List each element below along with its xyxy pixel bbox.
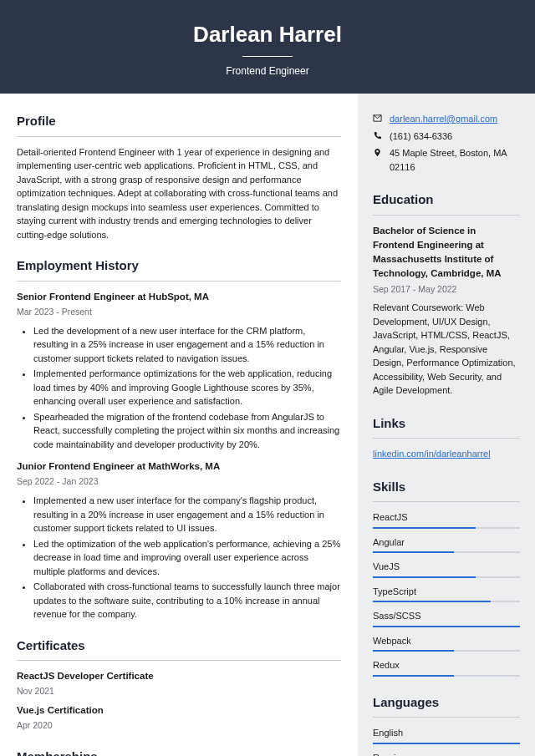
skill-item-bar: [373, 675, 520, 677]
employment-section: Employment History Senior Frontend Engin…: [17, 256, 341, 622]
skill-item-bar: [373, 626, 520, 627]
education-dates: Sep 2017 - May 2022: [373, 283, 520, 297]
resume-header: Darlean Harrel Frontend Engineer: [0, 0, 535, 94]
contact-phone: (161) 634-6336: [390, 129, 452, 144]
certificate-date: Nov 2021: [17, 685, 341, 698]
skills-heading: Skills: [373, 478, 520, 497]
location-icon: [373, 146, 383, 157]
phone-icon: [373, 129, 383, 140]
section-rule: [373, 215, 520, 216]
certificate-entry: Vue.js Certification Apr 2020: [17, 703, 341, 733]
skill-item-label: Redux: [373, 658, 520, 672]
links-heading: Links: [373, 414, 520, 434]
job-entry: Senior Frontend Engineer at HubSpot, MA …: [17, 290, 341, 452]
job-title: Senior Frontend Engineer at HubSpot, MA: [17, 290, 341, 304]
job-title: Junior Frontend Engineer at MathWorks, M…: [17, 459, 341, 474]
language-item: English: [373, 726, 520, 744]
job-bullets: Implemented a new user interface for the…: [17, 494, 341, 622]
skill-item: VueJS: [373, 560, 520, 578]
skill-item-label: TypeScript: [373, 585, 520, 599]
skill-item-label: Angular: [373, 535, 520, 550]
memberships-heading: Memberships: [17, 748, 341, 756]
language-item-label: English: [373, 726, 520, 740]
job-bullet: Implemented performance optimizations fo…: [33, 367, 341, 408]
skill-item-bar: [373, 576, 520, 578]
skill-item: TypeScript: [373, 585, 520, 603]
email-icon: [373, 112, 383, 123]
job-dates: Mar 2023 - Present: [17, 306, 341, 319]
contact-section: darlean.harrel@gmail.com (161) 634-6336 …: [373, 112, 520, 174]
section-rule: [17, 281, 341, 282]
header-divider: [242, 56, 293, 57]
skills-section: Skills ReactJSAngularVueJSTypeScriptSass…: [373, 478, 520, 677]
profile-section: Profile Detail-oriented Frontend Enginee…: [17, 112, 341, 241]
job-bullet: Led the optimization of the web applicat…: [33, 537, 341, 579]
skill-item: Angular: [373, 535, 520, 554]
candidate-name: Darlean Harrel: [0, 18, 535, 51]
content-columns: Profile Detail-oriented Frontend Enginee…: [0, 94, 535, 756]
education-text: Relevant Coursework: Web Development, UI…: [373, 301, 520, 398]
job-dates: Sep 2022 - Jan 2023: [17, 475, 341, 489]
skill-item: Sass/SCSS: [373, 609, 520, 627]
profile-text: Detail-oriented Frontend Engineer with 1…: [17, 145, 341, 242]
languages-section: Languages EnglishRussian: [373, 693, 520, 756]
linkedin-link[interactable]: linkedin.com/in/darleanharrel: [373, 449, 491, 459]
profile-heading: Profile: [17, 112, 341, 131]
language-item-label: Russian: [373, 751, 520, 756]
job-bullet: Spearheaded the migration of the fronten…: [33, 410, 341, 452]
skill-item-label: ReactJS: [373, 510, 520, 525]
skill-item: Webpack: [373, 634, 520, 652]
education-title: Bachelor of Science in Frontend Engineer…: [373, 224, 520, 282]
job-bullet: Implemented a new user interface for the…: [33, 494, 341, 535]
employment-heading: Employment History: [17, 256, 341, 276]
links-section: Links linkedin.com/in/darleanharrel: [373, 414, 520, 461]
main-column: Profile Detail-oriented Frontend Enginee…: [0, 94, 358, 756]
contact-phone-row: (161) 634-6336: [373, 129, 520, 144]
contact-email[interactable]: darlean.harrel@gmail.com: [390, 112, 497, 126]
skill-item-bar: [373, 650, 520, 652]
contact-address-row: 45 Maple Street, Boston, MA 02116: [373, 146, 520, 174]
section-rule: [373, 717, 520, 718]
section-rule: [17, 136, 341, 137]
skill-item-label: VueJS: [373, 560, 520, 574]
job-bullets: Led the development of a new user interf…: [17, 324, 341, 452]
skill-item-bar: [373, 601, 520, 602]
side-column: darlean.harrel@gmail.com (161) 634-6336 …: [358, 94, 535, 756]
skill-item-bar: [373, 527, 520, 529]
languages-heading: Languages: [373, 693, 520, 713]
job-bullet: Led the development of a new user interf…: [33, 324, 341, 366]
skill-item-bar: [373, 551, 520, 553]
contact-address: 45 Maple Street, Boston, MA 02116: [390, 146, 520, 174]
skill-item: ReactJS: [373, 510, 520, 529]
skill-item-label: Sass/SCSS: [373, 609, 520, 623]
skill-item-label: Webpack: [373, 634, 520, 648]
job-bullet: Collaborated with cross-functional teams…: [33, 580, 341, 622]
certificate-title: ReactJS Developer Certificate: [17, 669, 341, 683]
memberships-section: Memberships Association for Computing Ma…: [17, 748, 341, 756]
education-heading: Education: [373, 190, 520, 210]
certificates-heading: Certificates: [17, 637, 341, 656]
education-section: Education Bachelor of Science in Fronten…: [373, 190, 520, 398]
language-item-bar: [373, 743, 520, 744]
section-rule: [373, 438, 520, 439]
section-rule: [17, 660, 341, 661]
certificate-date: Apr 2020: [17, 719, 341, 733]
job-entry: Junior Frontend Engineer at MathWorks, M…: [17, 459, 341, 622]
certificate-title: Vue.js Certification: [17, 703, 341, 718]
language-item: Russian: [373, 751, 520, 756]
candidate-role: Frontend Engineer: [0, 63, 535, 79]
certificates-section: Certificates ReactJS Developer Certifica…: [17, 637, 341, 733]
certificate-entry: ReactJS Developer Certificate Nov 2021: [17, 669, 341, 698]
section-rule: [373, 501, 520, 502]
contact-email-row: darlean.harrel@gmail.com: [373, 112, 520, 126]
skill-item: Redux: [373, 658, 520, 677]
